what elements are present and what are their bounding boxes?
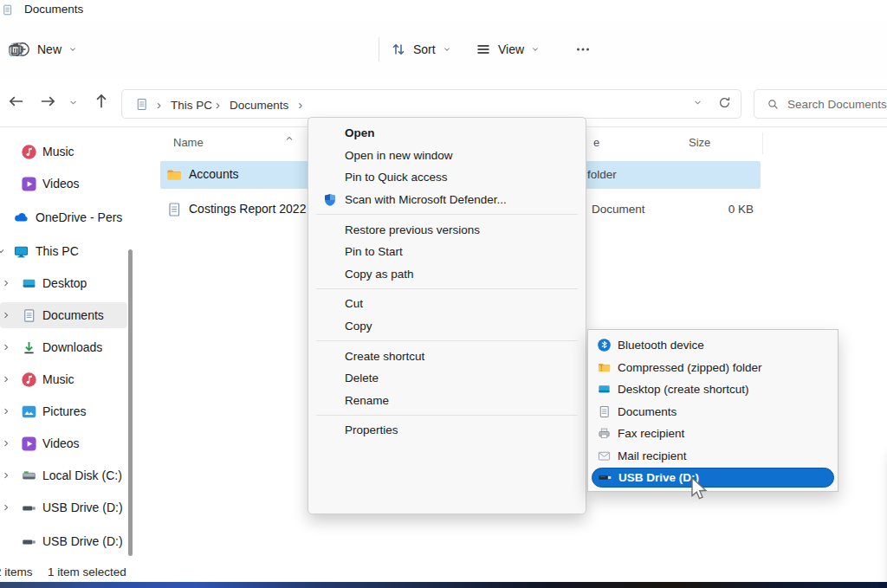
zip-folder-icon (597, 360, 612, 375)
context-menu-item-copy[interactable]: Copy (308, 315, 586, 338)
address-dropdown-chevron-icon[interactable] (692, 97, 703, 108)
send-to-item-label: USB Drive (D:) (618, 471, 699, 484)
usb-icon (21, 533, 37, 550)
sidebar-item-videos[interactable]: Videos (0, 171, 127, 197)
refresh-icon[interactable] (717, 95, 732, 110)
context-menu-item[interactable] (308, 285, 586, 293)
column-divider[interactable] (762, 132, 763, 154)
sort-button[interactable]: Sort (390, 36, 452, 62)
bluetooth-icon (597, 338, 612, 352)
documents-icon (1, 3, 14, 16)
chevron-right-icon[interactable] (1, 278, 11, 288)
sidebar-item-usb-drive-d[interactable]: USB Drive (D:) (0, 528, 127, 554)
search-input[interactable] (787, 98, 887, 111)
sidebar-item-usb-drive-d[interactable]: USB Drive (D:) (0, 494, 127, 520)
context-menu-item[interactable] (308, 337, 586, 345)
breadcrumb-documents[interactable]: Documents (214, 97, 304, 112)
sidebar-item-music[interactable]: Music (0, 139, 127, 165)
chevron-right-icon[interactable] (1, 470, 11, 481)
context-menu-item-label: Pin to Start (345, 245, 403, 258)
context-menu-item-scan-with-microsoft-defender[interactable]: Scan with Microsoft Defender... (308, 189, 586, 211)
titlebar: Documents (0, 0, 887, 21)
context-menu-item-open[interactable]: Open (308, 122, 586, 145)
forward-arrow-icon[interactable] (38, 92, 57, 111)
toolbar-button-delete[interactable] (0, 36, 31, 62)
trash-icon (7, 41, 24, 58)
context-menu-item-open-in-new-window[interactable]: Open in new window (308, 145, 586, 167)
chevron-right-icon[interactable] (1, 502, 11, 513)
send-to-item-desktop-create-shortcut[interactable]: Desktop (create shortcut) (588, 378, 838, 401)
send-to-item-label: Bluetooth device (618, 339, 704, 352)
send-to-item-bluetooth-device[interactable]: Bluetooth device (588, 334, 838, 357)
context-menu-item-cut[interactable]: Cut (308, 293, 586, 315)
context-menu-item[interactable] (308, 210, 586, 218)
toolbar: New Sort (0, 21, 887, 78)
chevron-right-icon[interactable] (1, 406, 11, 417)
history-chevron-icon[interactable] (68, 97, 79, 108)
address-bar[interactable]: This PCDocuments (121, 89, 741, 119)
context-menu-item[interactable] (308, 411, 586, 419)
sidebar-item-label: Desktop (42, 276, 87, 290)
sidebar-scrollbar[interactable] (128, 249, 133, 556)
breadcrumb: This PCDocuments (155, 90, 304, 118)
view-button[interactable]: View (475, 36, 541, 62)
send-to-item-documents[interactable]: Documents (588, 401, 838, 423)
column-header-size[interactable]: Size (689, 136, 710, 149)
chevron-right-icon[interactable] (1, 374, 11, 384)
sidebar-item-music[interactable]: Music (0, 366, 127, 392)
view-label: View (498, 42, 524, 56)
fax-icon (597, 426, 612, 441)
sidebar-item-onedrive-perso[interactable]: OneDrive - Perso (0, 204, 127, 230)
sidebar-item-label: OneDrive - Perso (36, 210, 122, 224)
sidebar-item-label: This PC (36, 244, 79, 258)
doc-page-icon (21, 307, 37, 324)
back-arrow-icon[interactable] (7, 92, 26, 111)
up-arrow-icon[interactable] (92, 92, 111, 111)
context-menu-item-properties[interactable]: Properties (308, 419, 586, 442)
context-menu-item-label: Restore previous versions (345, 223, 480, 236)
chevron-right-icon[interactable] (1, 310, 11, 320)
sidebar-item-label: Downloads (42, 340, 102, 354)
context-menu-item-pin-to-quick-access[interactable]: Pin to Quick access (308, 166, 586, 189)
sidebar-item-pictures[interactable]: Pictures (0, 398, 127, 424)
context-menu-item-rename[interactable]: Rename (308, 390, 586, 412)
context-menu-item-create-shortcut[interactable]: Create shortcut (308, 345, 586, 367)
column-header-name[interactable]: Name (173, 136, 204, 149)
send-to-item-fax-recipient[interactable]: Fax recipient (588, 423, 838, 445)
send-to-item-usb-drive-d[interactable]: USB Drive (D:) (592, 468, 834, 488)
send-to-item-label: Compressed (zipped) folder (618, 361, 762, 374)
context-menu-item-label: Open in new window (345, 149, 453, 162)
chevron-right-icon[interactable] (0, 246, 6, 256)
context-menu-item-label: Properties (345, 423, 398, 436)
context-menu-item-pin-to-start[interactable]: Pin to Start (308, 241, 586, 263)
send-to-item-mail-recipient[interactable]: Mail recipient (588, 445, 838, 468)
sidebar-item-downloads[interactable]: Downloads (0, 334, 127, 360)
context-menu-item-label: Delete (345, 372, 379, 384)
sidebar-item-local-disk-c[interactable]: Local Disk (C:) (0, 462, 127, 488)
mouse-cursor (690, 477, 711, 503)
send-to-item-label: Mail recipient (618, 449, 687, 462)
more-options-button[interactable] (567, 36, 599, 62)
context-menu-item-restore-previous-versions[interactable]: Restore previous versions (308, 218, 586, 241)
desktop-icon (597, 382, 612, 397)
shield-icon (322, 192, 338, 208)
doc-page-icon (165, 201, 183, 218)
chevron-right-icon[interactable] (1, 342, 11, 352)
send-to-item-compressed-zipped-folder[interactable]: Compressed (zipped) folder (588, 357, 838, 379)
sidebar-item-documents[interactable]: Documents (0, 302, 127, 328)
send-to-item-label: Documents (618, 405, 677, 418)
sidebar-item-desktop[interactable]: Desktop (0, 270, 127, 296)
sidebar-item-videos[interactable]: Videos (0, 430, 127, 456)
column-header-type-partial[interactable]: e (593, 136, 599, 149)
sidebar-item-label: USB Drive (D:) (42, 501, 123, 514)
file-type: Document (592, 203, 645, 216)
sidebar-item-this-pc[interactable]: This PC (0, 238, 127, 264)
search-box[interactable] (754, 89, 887, 119)
context-menu-item-copy-as-path[interactable]: Copy as path (308, 263, 586, 286)
address-bar-controls (692, 95, 732, 110)
mail-icon (597, 449, 612, 463)
breadcrumb-this-pc[interactable]: This PC (155, 97, 214, 112)
send-to-item-label: Fax recipient (618, 427, 684, 440)
chevron-right-icon[interactable] (1, 438, 11, 449)
context-menu-item-delete[interactable]: Delete (308, 367, 586, 390)
